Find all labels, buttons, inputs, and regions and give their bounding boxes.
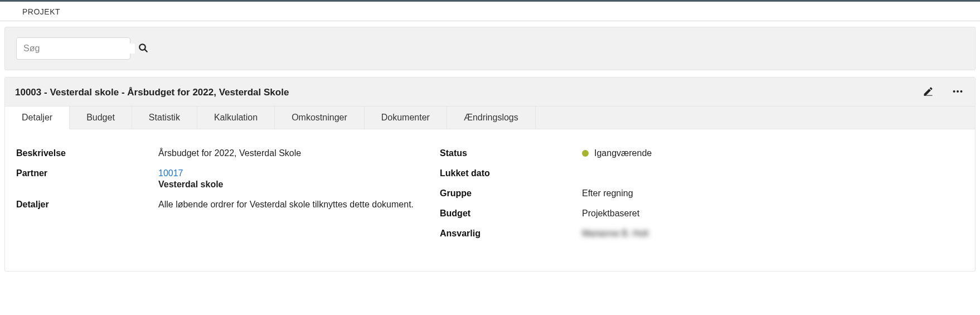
partner-name: Vesterdal skole	[158, 180, 440, 190]
tab-aendringslogs[interactable]: Ændringslogs	[447, 106, 536, 129]
header-actions	[921, 84, 965, 100]
tab-detaljer[interactable]: Detaljer	[5, 106, 70, 129]
svg-point-5	[960, 90, 962, 93]
details-left-column: Beskrivelse Årsbudget for 2022, Vesterda…	[16, 148, 440, 249]
tab-budget[interactable]: Budget	[70, 106, 132, 129]
tab-dokumenter[interactable]: Dokumenter	[365, 106, 447, 129]
svg-rect-2	[924, 95, 933, 96]
tabs-bar: Detaljer Budget Statistik Kalkulation Om…	[5, 106, 975, 129]
details-right-column: Status Igangværende Lukket dato Gruppe E…	[440, 148, 797, 249]
field-value-beskrivelse: Årsbudget for 2022, Vesterdal Skole	[158, 148, 440, 158]
record-title: 10003 - Vesterdal skole - Årsbudget for …	[15, 87, 921, 98]
field-label-lukket-dato: Lukket dato	[440, 168, 582, 178]
tab-kalkulation[interactable]: Kalkulation	[197, 106, 275, 129]
field-budget: Budget Projektbaseret	[440, 209, 797, 219]
field-gruppe: Gruppe Efter regning	[440, 188, 797, 198]
field-lukket-dato: Lukket dato	[440, 168, 797, 178]
svg-line-1	[145, 49, 147, 51]
svg-point-4	[957, 90, 959, 93]
field-label-ansvarlig: Ansvarlig	[440, 229, 582, 239]
search-panel	[4, 27, 976, 70]
record-header: 10003 - Vesterdal skole - Årsbudget for …	[5, 77, 975, 106]
status-text: Igangværende	[594, 148, 652, 158]
top-bar: PROJEKT	[0, 0, 980, 21]
field-label-partner: Partner	[16, 168, 158, 178]
field-value-status: Igangværende	[582, 148, 797, 158]
field-beskrivelse: Beskrivelse Årsbudget for 2022, Vesterda…	[16, 148, 440, 158]
field-value-detaljer: Alle løbende ordrer for Vesterdal skole …	[158, 200, 440, 210]
more-actions-button[interactable]	[950, 84, 965, 100]
status-indicator-icon	[582, 150, 589, 157]
page-title: PROJEKT	[22, 7, 958, 16]
edit-button[interactable]	[921, 85, 935, 100]
edit-icon	[923, 90, 934, 99]
more-horizontal-icon	[952, 91, 964, 99]
partner-link[interactable]: 10017	[158, 168, 183, 178]
field-value-gruppe: Efter regning	[582, 188, 797, 198]
search-button[interactable]	[135, 41, 149, 57]
tab-statistik[interactable]: Statistik	[132, 106, 197, 129]
field-detaljer: Detaljer Alle løbende ordrer for Vesterd…	[16, 200, 440, 210]
field-value-partner: 10017 Vesterdal skole	[158, 168, 440, 190]
field-label-budget: Budget	[440, 209, 582, 219]
field-value-ansvarlig: Marianne B. Holt	[582, 229, 797, 239]
field-label-status: Status	[440, 148, 582, 158]
search-input[interactable]	[23, 43, 135, 54]
field-value-budget: Projektbaseret	[582, 209, 797, 219]
field-label-beskrivelse: Beskrivelse	[16, 148, 158, 158]
field-ansvarlig: Ansvarlig Marianne B. Holt	[440, 229, 797, 239]
field-label-gruppe: Gruppe	[440, 188, 582, 198]
tab-omkostninger[interactable]: Omkostninger	[275, 106, 365, 129]
svg-point-3	[953, 90, 955, 93]
record-panel: 10003 - Vesterdal skole - Årsbudget for …	[4, 77, 976, 272]
details-body: Beskrivelse Årsbudget for 2022, Vesterda…	[5, 129, 975, 271]
content-area: 10003 - Vesterdal skole - Årsbudget for …	[0, 27, 980, 272]
field-status: Status Igangværende	[440, 148, 797, 158]
search-icon	[138, 46, 148, 55]
field-label-detaljer: Detaljer	[16, 200, 158, 210]
field-partner: Partner 10017 Vesterdal skole	[16, 168, 440, 190]
search-box	[16, 37, 130, 60]
